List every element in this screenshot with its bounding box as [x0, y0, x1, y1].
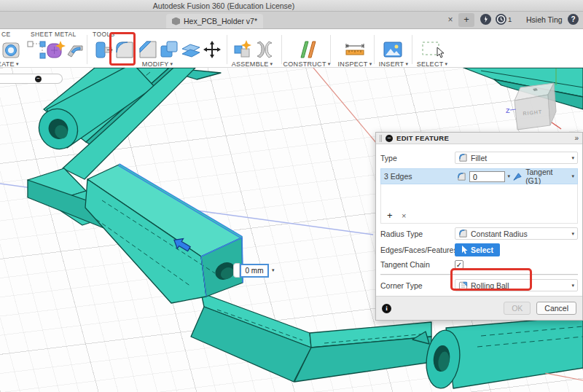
type-value: Fillet — [471, 154, 487, 162]
edge-radius-input[interactable]: 0 — [469, 171, 505, 182]
annotation-highlight-fillet-tool — [109, 32, 136, 66]
caret-icon: ▾ — [170, 61, 173, 67]
dimension-input-group: 0 mm ▾ — [233, 263, 275, 278]
dimension-grip[interactable] — [233, 263, 240, 278]
new-component-icon[interactable] — [232, 39, 254, 60]
caret-icon: ▾ — [16, 61, 19, 67]
fusion360-window: Autodesk Fusion 360 (Education License) … — [0, 0, 583, 392]
window-title: Autodesk Fusion 360 (Education License) — [153, 1, 294, 10]
new-tab-button[interactable]: + — [458, 13, 474, 27]
move-tool-icon[interactable] — [201, 39, 223, 60]
ribbon-tab-sheet-metal[interactable]: SHEET METAL — [31, 31, 77, 38]
user-name[interactable]: Hsieh Ting — [526, 15, 563, 24]
edges-faces-features-label: Edges/Faces/Features — [380, 246, 455, 254]
dialog-header[interactable]: − EDIT FEATURE » — [376, 133, 582, 144]
caret-icon: ▾ — [405, 61, 408, 67]
viewcube[interactable]: RIGHT Z — [506, 83, 561, 130]
ribbon-tab-surface[interactable]: CE — [1, 31, 11, 38]
tangent-chain-label: Tangent Chain — [380, 260, 455, 269]
group-separator — [87, 35, 87, 64]
dialog-dock-icon[interactable]: » — [574, 134, 579, 142]
dialog-collapse-icon[interactable]: − — [386, 135, 393, 142]
offset-face-tool-icon[interactable] — [180, 39, 202, 60]
job-status-icon[interactable] — [480, 14, 491, 25]
group-separator — [330, 35, 331, 64]
tangent-continuity-icon — [513, 172, 523, 181]
caret-icon[interactable]: ▾ — [571, 173, 574, 179]
group-label-inspect[interactable]: INSPECT▾ — [338, 60, 372, 68]
info-icon[interactable]: i — [382, 304, 391, 313]
z-axis-label: Z — [506, 107, 510, 114]
edge-continuity-value: Tangent (G1) — [525, 168, 568, 185]
document-icon — [172, 17, 180, 26]
select-button[interactable]: Select — [455, 243, 500, 256]
type-label: Type — [380, 154, 455, 162]
joint-tool-icon[interactable] — [254, 39, 275, 60]
group-separator — [374, 35, 375, 64]
help-icon[interactable]: ? — [568, 14, 579, 25]
caret-icon: ▾ — [571, 283, 574, 289]
radius-type-value: Constant Radius — [471, 230, 528, 238]
group-label-construct[interactable]: CONSTRUCT▾ — [283, 60, 330, 68]
type-dropdown[interactable]: Fillet ▾ — [455, 152, 578, 164]
group-separator — [412, 35, 412, 64]
caret-icon: ▾ — [328, 61, 331, 67]
group-separator — [227, 35, 227, 64]
edge-set-row[interactable]: 3 Edges 0 ▾ Tangent (G1) ▾ — [380, 168, 578, 184]
edit-feature-dialog: − EDIT FEATURE » Type Fillet ▾ 3 Edges — [375, 132, 583, 321]
ok-button[interactable]: OK — [504, 302, 531, 315]
notification-count: 1 — [508, 15, 512, 23]
notifications-clock-icon[interactable] — [496, 14, 506, 25]
document-tab-title: Hex_PCB_Holder v7* — [184, 17, 257, 26]
sheet-metal-flange-icon[interactable] — [64, 39, 86, 60]
constant-radius-icon — [458, 229, 468, 238]
caret-icon: ▾ — [270, 61, 273, 67]
viewcube-x-axis-tick — [552, 122, 561, 129]
group-label-assemble[interactable]: ASSEMBLE▾ — [232, 60, 273, 68]
title-bar: Autodesk Fusion 360 (Education License) — [0, 0, 583, 12]
3d-viewport[interactable]: RIGHT Z − 0 mm ▾ − EDIT FEATURE » — [0, 68, 583, 392]
group-label-modify[interactable]: MODIFY▾ — [142, 60, 173, 68]
document-tab-bar: Hex_PCB_Holder v7* × + 1 Hsieh Ting ? — [0, 12, 583, 29]
insert-image-icon[interactable] — [382, 39, 404, 60]
construct-plane-icon[interactable] — [297, 39, 318, 60]
caret-icon: ▾ — [445, 61, 447, 67]
group-label-insert[interactable]: INSERT▾ — [379, 60, 408, 68]
group-separator — [281, 35, 282, 64]
radius-type-dropdown[interactable]: Constant Radius ▾ — [455, 227, 578, 240]
x-axis-line-lower — [545, 373, 583, 380]
radius-dimension-input[interactable]: 0 mm — [240, 264, 269, 278]
inspect-measure-icon[interactable] — [343, 39, 364, 60]
caret-icon: ▾ — [571, 155, 574, 161]
x-axis-line — [313, 68, 377, 144]
edge-set-list[interactable]: + × — [380, 184, 578, 224]
close-tab-icon[interactable]: × — [445, 15, 456, 26]
fillet-icon — [457, 172, 466, 181]
ribbon-toolbar: CE SHEET METAL TOOLS — [0, 29, 583, 68]
group-label-create[interactable]: CREATE▾ — [0, 60, 19, 68]
cancel-button[interactable]: Cancel — [536, 302, 576, 315]
create-form-icon[interactable] — [44, 39, 66, 60]
add-edge-set-button[interactable]: + — [387, 210, 393, 221]
edge-set-name: 3 Edges — [384, 172, 454, 181]
collapse-icon[interactable]: − — [35, 76, 42, 82]
select-tool-icon[interactable] — [420, 39, 442, 60]
combine-tool-icon[interactable] — [158, 39, 180, 60]
dialog-drag-grip[interactable] — [380, 135, 382, 142]
annotation-highlight-rolling-ball — [450, 268, 532, 291]
remove-edge-set-button[interactable]: × — [402, 211, 406, 220]
fillet-icon — [458, 153, 468, 162]
document-tab[interactable]: Hex_PCB_Holder v7* — [166, 14, 263, 28]
group-label-select[interactable]: SELECT▾ — [417, 60, 448, 68]
browser-panel-collapsed[interactable]: − — [0, 74, 63, 84]
dimension-caret-icon[interactable]: ▾ — [272, 267, 275, 273]
corner-type-label: Corner Type — [380, 281, 455, 290]
caret-icon[interactable]: ▾ — [508, 173, 511, 179]
dialog-footer: i OK Cancel — [376, 296, 582, 320]
radius-type-label: Radius Type — [380, 230, 455, 238]
revolve-tool-icon[interactable] — [1, 39, 23, 60]
caret-icon: ▾ — [571, 231, 574, 237]
cursor-icon — [461, 246, 468, 254]
model-selected-beam[interactable] — [85, 165, 243, 303]
chamfer-tool-icon[interactable] — [137, 39, 159, 60]
